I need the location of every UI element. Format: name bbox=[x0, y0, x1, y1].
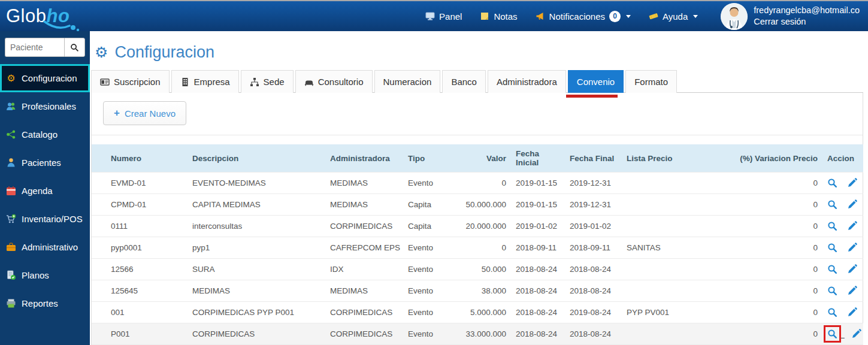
cell-accion bbox=[822, 194, 863, 216]
cell-descripcion: pyp1 bbox=[187, 237, 325, 259]
cell-administradora: CAFREPCOM EPS bbox=[325, 237, 403, 259]
edit-row-button[interactable] bbox=[847, 307, 857, 317]
magnifier-icon bbox=[827, 199, 837, 210]
pencil-icon bbox=[847, 243, 857, 253]
sidebar: ⚙ Configuracion Profesionales Catalogo P… bbox=[0, 31, 90, 345]
calendar-icon bbox=[6, 186, 16, 196]
toolbar: + Crear Nuevo bbox=[92, 93, 863, 135]
edit-row-button[interactable] bbox=[847, 243, 857, 253]
sidebar-item-administrativo[interactable]: Administrativo bbox=[0, 233, 90, 261]
sidebar-item-profesionales[interactable]: Profesionales bbox=[0, 92, 90, 120]
sidebar-item-reportes[interactable]: Reportes bbox=[0, 289, 90, 317]
edit-row-button[interactable] bbox=[847, 178, 857, 188]
sidebar-item-configuracion[interactable]: ⚙ Configuracion bbox=[0, 64, 90, 92]
cell-valor: 0 bbox=[451, 172, 511, 194]
cell-tipo: Capita bbox=[403, 216, 451, 237]
nav-item-panel[interactable]: Panel bbox=[425, 11, 462, 22]
brand-logo[interactable]: Globho bbox=[6, 5, 96, 27]
logo-swoosh-icon bbox=[43, 20, 81, 32]
view-row-button[interactable] bbox=[827, 178, 837, 188]
view-row-button[interactable] bbox=[827, 199, 837, 210]
cell-fecha-final: 2019-08-24 bbox=[565, 302, 622, 323]
tab-label: Sede bbox=[264, 77, 285, 87]
tab-administradora[interactable]: Administradora bbox=[488, 70, 566, 93]
tab-sede[interactable]: Sede bbox=[241, 70, 294, 93]
view-row-button[interactable] bbox=[827, 264, 837, 274]
cell-tipo: Evento bbox=[403, 323, 451, 345]
header-accion: Accion bbox=[822, 144, 863, 172]
cell-variacion-precio: 0 bbox=[727, 323, 822, 345]
nav-item-notificaciones[interactable]: Notificaciones 0 bbox=[536, 11, 631, 22]
edit-row-button[interactable] bbox=[847, 221, 857, 231]
user-menu: fredyrangelcba@hotmail.co Cerrar sesión bbox=[721, 3, 860, 30]
user-email[interactable]: fredyrangelcba@hotmail.co bbox=[754, 5, 860, 16]
cell-fecha-final: 2019-12-31 bbox=[565, 194, 622, 216]
cell-valor: 33.000.000 bbox=[451, 323, 511, 345]
cell-fecha-final: 2018-08-24 bbox=[565, 280, 622, 302]
tab-convenio[interactable]: Convenio bbox=[568, 70, 624, 93]
cell-lista-precio: SANITAS bbox=[622, 237, 727, 259]
sidebar-item-catalogo[interactable]: Catalogo bbox=[0, 120, 90, 149]
tab-banco[interactable]: Banco bbox=[442, 70, 486, 93]
tab-numeracion[interactable]: Numeracion bbox=[374, 70, 441, 93]
view-row-button[interactable] bbox=[827, 329, 837, 339]
create-new-button[interactable]: + Crear Nuevo bbox=[103, 101, 186, 125]
cell-administradora: MEDIMAS bbox=[325, 172, 403, 194]
app-window: Globho Panel Notas bbox=[0, 0, 868, 345]
view-row-button[interactable] bbox=[827, 243, 837, 253]
tab-suscripcion[interactable]: Suscripcion bbox=[91, 70, 170, 93]
pencil-icon bbox=[847, 264, 857, 274]
patient-search-input[interactable] bbox=[5, 38, 64, 57]
view-row-button[interactable] bbox=[827, 221, 837, 231]
nav-label: Ayuda bbox=[663, 11, 688, 22]
search-icon bbox=[70, 43, 79, 52]
cell-valor: 50.000.000 bbox=[451, 194, 511, 216]
tab-consultorio[interactable]: Consultorio bbox=[295, 70, 373, 93]
edit-row-button[interactable] bbox=[847, 264, 857, 274]
magnifier-icon bbox=[827, 329, 837, 339]
cell-fecha-inicial: 2018-08-24 bbox=[511, 302, 565, 323]
header-fecha-inicial: Fecha Inicial bbox=[511, 144, 565, 172]
table-row: P001 CORPIMEDICAS CORPIMEDICAS Evento 33… bbox=[92, 323, 863, 345]
page-title: ⚙ Configuracion bbox=[95, 43, 868, 62]
view-row-button[interactable] bbox=[827, 307, 837, 317]
magnifier-icon bbox=[827, 243, 837, 253]
cell-lista-precio bbox=[622, 172, 727, 194]
edit-row-button[interactable] bbox=[851, 329, 861, 339]
sidebar-item-planos[interactable]: Planos bbox=[0, 261, 90, 289]
cell-fecha-final: 2019-12-31 bbox=[565, 172, 622, 194]
sidebar-item-pacientes[interactable]: Pacientes bbox=[0, 149, 90, 177]
edit-row-button[interactable] bbox=[847, 286, 857, 296]
sidebar-item-label: Inventario/POS bbox=[22, 214, 83, 224]
sidebar-item-label: Reportes bbox=[22, 298, 58, 308]
cell-descripcion: MEDIMAS bbox=[187, 280, 325, 302]
view-row-button[interactable] bbox=[827, 286, 837, 296]
sidebar-item-label: Profesionales bbox=[22, 101, 76, 111]
notification-badge: 0 bbox=[609, 11, 621, 22]
tab-label: Formato bbox=[634, 77, 668, 87]
sidebar-item-label: Catalogo bbox=[22, 129, 58, 140]
header-numero: Numero bbox=[92, 144, 187, 172]
tab-label: Consultorio bbox=[318, 77, 364, 87]
card-icon bbox=[100, 77, 110, 87]
tab-bar: Suscripcion Empresa Sede bbox=[91, 70, 863, 93]
sidebar-item-agenda[interactable]: Agenda bbox=[0, 177, 90, 205]
logout-link[interactable]: Cerrar sesión bbox=[754, 16, 860, 28]
top-navbar: Globho Panel Notas bbox=[0, 0, 868, 31]
patient-search-button[interactable] bbox=[64, 38, 85, 57]
tab-empresa[interactable]: Empresa bbox=[171, 70, 239, 93]
sidebar-item-inventario-pos[interactable]: Inventario/POS bbox=[0, 205, 90, 233]
nav-item-notas[interactable]: Notas bbox=[480, 11, 517, 22]
nav-label: Notificaciones bbox=[549, 11, 605, 22]
cell-lista-precio bbox=[622, 323, 727, 345]
cell-numero: 125645 bbox=[92, 280, 187, 302]
header-lista-precio: Lista Precio bbox=[622, 144, 727, 172]
cell-tipo: Evento bbox=[403, 280, 451, 302]
edit-row-button[interactable] bbox=[847, 199, 857, 210]
table-row: 001 CORPIMEDICAS PYP P001 CORPIMEDICAS E… bbox=[92, 302, 863, 323]
nav-item-ayuda[interactable]: Ayuda bbox=[649, 11, 698, 22]
gear-icon: ⚙ bbox=[6, 73, 16, 83]
tab-formato[interactable]: Formato bbox=[625, 70, 677, 93]
cell-administradora: CORPIMEDICAS bbox=[325, 323, 403, 345]
avatar[interactable] bbox=[721, 3, 748, 30]
